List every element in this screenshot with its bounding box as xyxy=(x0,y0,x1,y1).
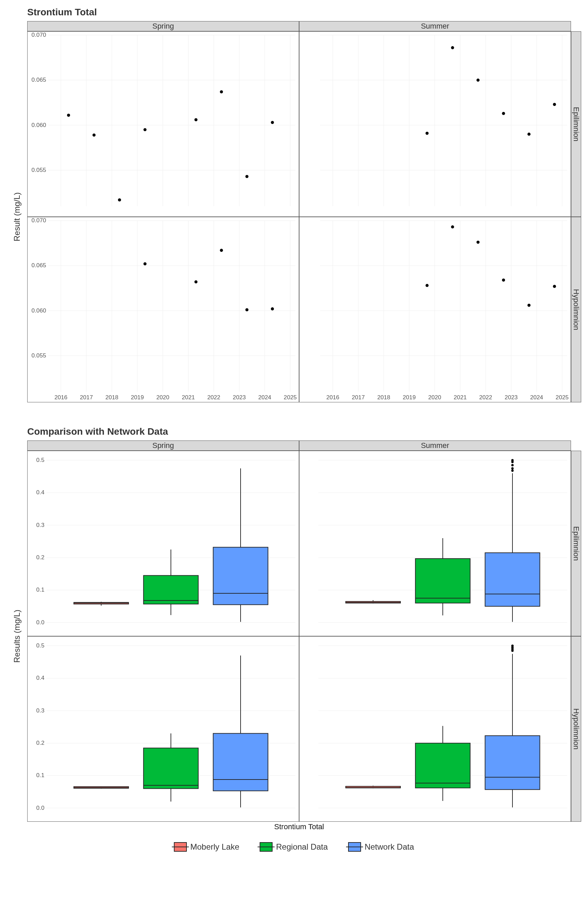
svg-text:2021: 2021 xyxy=(182,394,195,401)
svg-point-74 xyxy=(144,262,147,265)
svg-point-18 xyxy=(67,114,70,117)
svg-point-76 xyxy=(220,249,223,252)
svg-rect-174 xyxy=(144,748,199,788)
legend-swatch-moberly xyxy=(174,842,187,852)
svg-text:0.060: 0.060 xyxy=(32,122,46,128)
svg-point-75 xyxy=(194,280,197,283)
legend-label-moberly: Moberly Lake xyxy=(190,842,239,852)
legend-swatch-network xyxy=(348,842,361,852)
svg-text:2016: 2016 xyxy=(55,394,67,401)
boxplot-title: Comparison with Network Data xyxy=(27,426,581,437)
legend: Moberly Lake Regional Data Network Data xyxy=(7,842,581,852)
svg-point-105 xyxy=(477,241,480,244)
svg-text:0.4: 0.4 xyxy=(36,675,45,682)
svg-point-78 xyxy=(271,307,274,310)
legend-label-regional: Regional Data xyxy=(276,842,328,852)
svg-text:2024: 2024 xyxy=(258,394,271,401)
boxplot-panel-spring-hypo: 0.00.10.20.30.40.5 xyxy=(27,636,299,822)
svg-text:2019: 2019 xyxy=(403,394,416,401)
scatter-panel-spring-epi: 0.0550.0600.0650.070 xyxy=(27,31,299,217)
svg-point-19 xyxy=(92,133,95,136)
svg-point-43 xyxy=(502,112,505,115)
svg-text:0.2: 0.2 xyxy=(36,554,45,561)
svg-rect-127 xyxy=(144,576,199,604)
svg-text:0.1: 0.1 xyxy=(36,587,45,593)
scatter-chart-block: Strontium Total Spring Summer Result (mg… xyxy=(7,7,581,412)
legend-item-network: Network Data xyxy=(348,842,414,852)
svg-text:2017: 2017 xyxy=(352,394,365,401)
svg-point-77 xyxy=(246,309,249,312)
svg-rect-149 xyxy=(485,553,540,606)
svg-text:0.070: 0.070 xyxy=(32,217,46,224)
scatter-xaxis-summer xyxy=(27,403,571,412)
svg-text:0.055: 0.055 xyxy=(32,167,46,173)
svg-text:0.1: 0.1 xyxy=(36,773,45,779)
svg-point-23 xyxy=(220,90,223,93)
svg-text:0.4: 0.4 xyxy=(36,490,45,496)
boxplot-chart-block: Comparison with Network Data Spring Summ… xyxy=(7,426,581,852)
svg-rect-192 xyxy=(415,743,470,788)
scatter-panel-spring-hypo: 0.0550.0600.0650.07020162017201820192020… xyxy=(27,217,299,403)
svg-text:2023: 2023 xyxy=(233,394,246,401)
svg-point-44 xyxy=(527,133,530,136)
boxplot-yaxis: Results (mg/L) xyxy=(7,451,27,822)
scatter-row-strip-hypo: Hypolimnion xyxy=(571,217,581,403)
svg-point-103 xyxy=(426,284,429,287)
svg-point-153 xyxy=(511,464,514,466)
svg-text:2020: 2020 xyxy=(156,394,169,401)
svg-point-24 xyxy=(246,175,249,178)
svg-text:0.3: 0.3 xyxy=(36,522,45,528)
svg-rect-131 xyxy=(213,547,268,605)
svg-point-22 xyxy=(194,118,197,121)
scatter-col-strip-spring: Spring xyxy=(27,21,299,31)
svg-text:2025: 2025 xyxy=(556,394,569,401)
svg-text:2018: 2018 xyxy=(105,394,118,401)
svg-point-104 xyxy=(451,225,454,228)
boxplot-col-strip-summer: Summer xyxy=(299,440,571,451)
svg-point-152 xyxy=(511,467,514,469)
svg-point-20 xyxy=(118,199,121,202)
svg-point-45 xyxy=(553,103,556,106)
svg-text:2020: 2020 xyxy=(428,394,441,401)
scatter-title: Strontium Total xyxy=(27,7,581,18)
svg-text:2017: 2017 xyxy=(80,394,93,401)
svg-text:2025: 2025 xyxy=(284,394,297,401)
svg-point-151 xyxy=(511,469,514,472)
svg-text:0.055: 0.055 xyxy=(32,352,46,359)
svg-point-21 xyxy=(144,128,147,131)
boxplot-panel-summer-epi xyxy=(299,451,571,636)
boxplot-row-strip-hypo: Hypolimnion xyxy=(571,636,581,822)
scatter-col-strip-summer: Summer xyxy=(299,21,571,31)
boxplot-facet-grid: Spring Summer Results (mg/L) 0.00.10.20.… xyxy=(7,440,581,832)
legend-item-moberly: Moberly Lake xyxy=(174,842,239,852)
svg-rect-145 xyxy=(415,559,470,603)
svg-point-25 xyxy=(271,121,274,124)
boxplot-row-strip-epi: Epilimnion xyxy=(571,451,581,636)
svg-text:2018: 2018 xyxy=(377,394,390,401)
svg-text:0.2: 0.2 xyxy=(36,740,45,746)
svg-text:2021: 2021 xyxy=(454,394,467,401)
boxplot-xaxis-summer: Strontium Total xyxy=(27,822,571,832)
svg-point-41 xyxy=(451,46,454,49)
svg-point-42 xyxy=(477,79,480,82)
svg-text:0.5: 0.5 xyxy=(36,642,45,649)
svg-text:2019: 2019 xyxy=(131,394,144,401)
boxplot-panel-spring-epi: 0.00.10.20.30.40.5 xyxy=(27,451,299,636)
svg-text:0.3: 0.3 xyxy=(36,707,45,714)
scatter-row-strip-epi: Epilimnion xyxy=(571,31,581,217)
legend-label-network: Network Data xyxy=(364,842,414,852)
svg-text:0.5: 0.5 xyxy=(36,457,45,463)
scatter-yaxis: Result (mg/L) xyxy=(7,31,27,403)
svg-point-155 xyxy=(511,459,514,462)
svg-point-201 xyxy=(511,645,514,647)
boxplot-panel-summer-hypo xyxy=(299,636,571,822)
svg-text:2023: 2023 xyxy=(505,394,518,401)
svg-text:0.0: 0.0 xyxy=(36,619,45,626)
svg-point-40 xyxy=(426,132,429,135)
svg-rect-196 xyxy=(485,736,540,789)
svg-point-108 xyxy=(553,285,556,288)
svg-text:0.065: 0.065 xyxy=(32,77,46,83)
svg-text:2022: 2022 xyxy=(479,394,492,401)
scatter-facet-grid: Spring Summer Result (mg/L) 0.0550.0600.… xyxy=(7,21,581,412)
svg-text:0.070: 0.070 xyxy=(32,32,46,38)
